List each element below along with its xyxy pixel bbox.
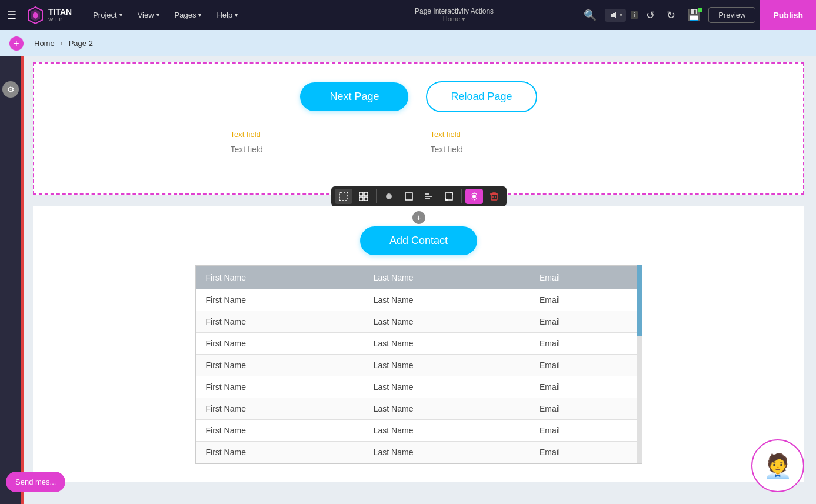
add-page-button[interactable]: + bbox=[9, 36, 24, 51]
table-cell: Email bbox=[530, 333, 642, 355]
menu-item-view[interactable]: View ▾ bbox=[131, 7, 166, 23]
preview-button[interactable]: Preview bbox=[708, 7, 755, 23]
add-section-plus[interactable]: + bbox=[412, 211, 425, 224]
breadcrumb-home[interactable]: Home bbox=[31, 38, 58, 49]
col-email: Email bbox=[530, 266, 642, 290]
breadcrumb-page2[interactable]: Page 2 bbox=[65, 38, 96, 49]
table-cell: First Name bbox=[196, 442, 364, 463]
send-message-button[interactable]: Send mes... bbox=[6, 472, 65, 492]
settings-icon[interactable]: ⚙ bbox=[2, 81, 19, 98]
toolbar-align-btn[interactable] bbox=[420, 189, 438, 204]
logo: TITAN WEB bbox=[26, 6, 72, 25]
table-cell: Last Name bbox=[364, 442, 530, 463]
logo-subtitle: WEB bbox=[48, 16, 72, 22]
table-cell: First Name bbox=[196, 333, 364, 355]
chevron-down-icon: ▾ bbox=[620, 12, 622, 18]
page-interactivity-title: Page Interactivity Actions bbox=[333, 7, 575, 15]
border-icon bbox=[404, 192, 414, 201]
device-selector[interactable]: 🖥 ▾ bbox=[605, 9, 626, 22]
table-cell: Email bbox=[530, 442, 642, 463]
top-menu: Project ▾ View ▾ Pages ▾ Help ▾ bbox=[86, 7, 328, 23]
info-badge: i bbox=[631, 11, 638, 19]
chat-avatar: 🧑‍💼 bbox=[763, 452, 792, 480]
section-buttons: Next Page Reload Page bbox=[34, 81, 803, 112]
hamburger-icon[interactable]: ☰ bbox=[7, 9, 16, 22]
table-header: First Name Last Name Email bbox=[196, 266, 642, 290]
text-field-2-input[interactable] bbox=[431, 141, 607, 158]
table-row[interactable]: First NameLast NameEmail bbox=[196, 376, 642, 398]
table-row[interactable]: First NameLast NameEmail bbox=[196, 420, 642, 442]
table-row[interactable]: First NameLast NameEmail bbox=[196, 311, 642, 333]
col-last-name: Last Name bbox=[364, 266, 530, 290]
table-cell: Email bbox=[530, 376, 642, 398]
element-toolbar bbox=[331, 186, 507, 206]
table-cell: Email bbox=[530, 355, 642, 376]
menu-item-project[interactable]: Project ▾ bbox=[86, 7, 129, 23]
col-first-name: First Name bbox=[196, 266, 364, 290]
next-page-button[interactable]: Next Page bbox=[300, 82, 408, 111]
table-body: First NameLast NameEmailFirst NameLast N… bbox=[196, 289, 642, 463]
toolbar-settings-btn[interactable] bbox=[465, 189, 483, 204]
logo-title: TITAN bbox=[48, 8, 72, 16]
svg-rect-15 bbox=[491, 194, 497, 200]
breadcrumb-separator: › bbox=[61, 39, 63, 48]
svg-rect-4 bbox=[359, 192, 363, 196]
menu-item-pages[interactable]: Pages ▾ bbox=[168, 7, 209, 23]
table-cell: First Name bbox=[196, 376, 364, 398]
text-field-1-input[interactable] bbox=[231, 141, 407, 158]
table-row[interactable]: First NameLast NameEmail bbox=[196, 398, 642, 420]
expand-icon bbox=[444, 192, 454, 201]
toolbar-grid-btn[interactable] bbox=[355, 189, 372, 204]
add-contact-wrapper: + Add Contact bbox=[33, 206, 804, 265]
svg-rect-3 bbox=[339, 192, 348, 201]
redo-button[interactable]: ↻ bbox=[663, 6, 679, 24]
publish-button[interactable]: Publish bbox=[760, 0, 816, 30]
toolbar-select-btn[interactable] bbox=[335, 189, 352, 204]
nav-actions: 🔍 🖥 ▾ i ↺ ↻ 💾 Preview Publish bbox=[580, 0, 809, 30]
table-cell: Last Name bbox=[364, 333, 530, 355]
toolbar-color-btn[interactable] bbox=[380, 189, 398, 204]
text-field-group-1: Text field bbox=[231, 130, 407, 158]
table-row[interactable]: First NameLast NameEmail bbox=[196, 289, 642, 311]
scrollbar-thumb[interactable] bbox=[637, 265, 642, 336]
chevron-down-icon: ▾ bbox=[119, 12, 122, 18]
table-cell: Last Name bbox=[364, 355, 530, 376]
search-button[interactable]: 🔍 bbox=[580, 6, 600, 24]
color-icon bbox=[384, 192, 394, 201]
chevron-down-icon: ▾ bbox=[235, 12, 238, 18]
desktop-icon: 🖥 bbox=[608, 10, 618, 21]
text-field-group-2: Text field bbox=[431, 130, 607, 158]
toolbar-border-btn[interactable] bbox=[400, 189, 418, 204]
table-cell: First Name bbox=[196, 420, 364, 442]
page-home-link[interactable]: Home ▾ bbox=[333, 15, 575, 23]
toolbar-expand-btn[interactable] bbox=[440, 189, 458, 204]
undo-button[interactable]: ↺ bbox=[642, 6, 658, 24]
add-contact-button[interactable]: Add Contact bbox=[360, 226, 477, 255]
text-field-2-label: Text field bbox=[431, 130, 607, 139]
table-row[interactable]: First NameLast NameEmail bbox=[196, 333, 642, 355]
contacts-table-wrapper: First Name Last Name Email First NameLas… bbox=[195, 265, 642, 464]
table-cell: Last Name bbox=[364, 289, 530, 311]
menu-item-help[interactable]: Help ▾ bbox=[209, 7, 245, 23]
toolbar-divider-2 bbox=[461, 189, 462, 203]
svg-rect-7 bbox=[364, 197, 368, 201]
table-row[interactable]: First NameLast NameEmail bbox=[196, 442, 642, 463]
table-cell: Last Name bbox=[364, 420, 530, 442]
table-scrollbar[interactable] bbox=[637, 265, 642, 463]
reload-page-button[interactable]: Reload Page bbox=[426, 81, 537, 112]
table-cell: Last Name bbox=[364, 311, 530, 333]
chat-widget[interactable]: 🧑‍💼 bbox=[751, 439, 804, 492]
align-icon bbox=[424, 192, 434, 201]
toolbar-delete-btn[interactable] bbox=[485, 189, 503, 204]
left-sidebar: ⚙ bbox=[0, 56, 21, 504]
table-cell: Email bbox=[530, 289, 642, 311]
text-fields-row: Text field Text field bbox=[34, 130, 803, 158]
chevron-down-icon: ▾ bbox=[156, 12, 159, 18]
breadcrumb-items: Home › Page 2 bbox=[31, 38, 96, 49]
svg-rect-5 bbox=[364, 192, 368, 196]
table-row[interactable]: First NameLast NameEmail bbox=[196, 355, 642, 376]
table-cell: First Name bbox=[196, 311, 364, 333]
chevron-down-icon: ▾ bbox=[198, 12, 201, 18]
save-button[interactable]: 💾 bbox=[684, 6, 704, 24]
nav-center: Page Interactivity Actions Home ▾ bbox=[333, 7, 575, 23]
